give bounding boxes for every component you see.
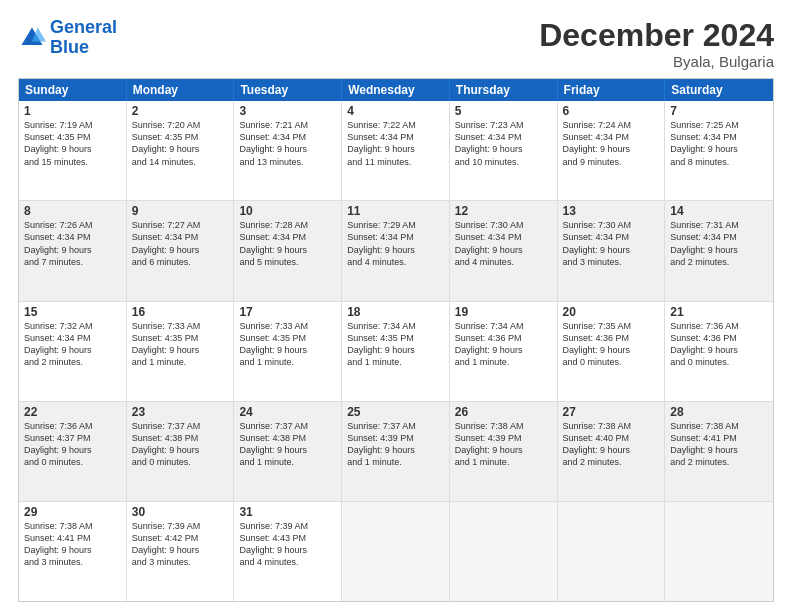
calendar-cell: 28Sunrise: 7:38 AM Sunset: 4:41 PM Dayli… [665,402,773,501]
day-info: Sunrise: 7:21 AM Sunset: 4:34 PM Dayligh… [239,119,336,168]
day-info: Sunrise: 7:30 AM Sunset: 4:34 PM Dayligh… [455,219,552,268]
day-number: 18 [347,305,444,319]
day-info: Sunrise: 7:30 AM Sunset: 4:34 PM Dayligh… [563,219,660,268]
day-number: 15 [24,305,121,319]
day-info: Sunrise: 7:36 AM Sunset: 4:36 PM Dayligh… [670,320,768,369]
calendar-cell: 31Sunrise: 7:39 AM Sunset: 4:43 PM Dayli… [234,502,342,601]
day-number: 4 [347,104,444,118]
day-number: 17 [239,305,336,319]
calendar-cell: 10Sunrise: 7:28 AM Sunset: 4:34 PM Dayli… [234,201,342,300]
logo-line1: General [50,17,117,37]
day-number: 14 [670,204,768,218]
day-info: Sunrise: 7:37 AM Sunset: 4:39 PM Dayligh… [347,420,444,469]
day-number: 1 [24,104,121,118]
day-info: Sunrise: 7:34 AM Sunset: 4:35 PM Dayligh… [347,320,444,369]
day-info: Sunrise: 7:39 AM Sunset: 4:43 PM Dayligh… [239,520,336,569]
calendar-cell: 30Sunrise: 7:39 AM Sunset: 4:42 PM Dayli… [127,502,235,601]
calendar-cell: 3Sunrise: 7:21 AM Sunset: 4:34 PM Daylig… [234,101,342,200]
calendar-cell: 14Sunrise: 7:31 AM Sunset: 4:34 PM Dayli… [665,201,773,300]
header-day-friday: Friday [558,79,666,101]
calendar-cell: 9Sunrise: 7:27 AM Sunset: 4:34 PM Daylig… [127,201,235,300]
day-info: Sunrise: 7:29 AM Sunset: 4:34 PM Dayligh… [347,219,444,268]
day-number: 11 [347,204,444,218]
logo-line2: Blue [50,37,89,57]
day-info: Sunrise: 7:22 AM Sunset: 4:34 PM Dayligh… [347,119,444,168]
logo-text: General Blue [50,18,117,58]
calendar-row-5: 29Sunrise: 7:38 AM Sunset: 4:41 PM Dayli… [19,501,773,601]
day-number: 12 [455,204,552,218]
header: General Blue December 2024 Byala, Bulgar… [18,18,774,70]
header-day-wednesday: Wednesday [342,79,450,101]
calendar-cell: 23Sunrise: 7:37 AM Sunset: 4:38 PM Dayli… [127,402,235,501]
header-day-saturday: Saturday [665,79,773,101]
day-number: 25 [347,405,444,419]
logo-icon [18,24,46,52]
page-title: December 2024 [539,18,774,53]
day-number: 31 [239,505,336,519]
day-info: Sunrise: 7:38 AM Sunset: 4:40 PM Dayligh… [563,420,660,469]
calendar-cell: 16Sunrise: 7:33 AM Sunset: 4:35 PM Dayli… [127,302,235,401]
calendar-cell: 26Sunrise: 7:38 AM Sunset: 4:39 PM Dayli… [450,402,558,501]
calendar-cell: 4Sunrise: 7:22 AM Sunset: 4:34 PM Daylig… [342,101,450,200]
day-info: Sunrise: 7:38 AM Sunset: 4:39 PM Dayligh… [455,420,552,469]
calendar-cell: 13Sunrise: 7:30 AM Sunset: 4:34 PM Dayli… [558,201,666,300]
calendar-cell: 11Sunrise: 7:29 AM Sunset: 4:34 PM Dayli… [342,201,450,300]
day-info: Sunrise: 7:36 AM Sunset: 4:37 PM Dayligh… [24,420,121,469]
calendar-row-4: 22Sunrise: 7:36 AM Sunset: 4:37 PM Dayli… [19,401,773,501]
day-number: 26 [455,405,552,419]
calendar-cell: 8Sunrise: 7:26 AM Sunset: 4:34 PM Daylig… [19,201,127,300]
calendar-row-2: 8Sunrise: 7:26 AM Sunset: 4:34 PM Daylig… [19,200,773,300]
header-day-thursday: Thursday [450,79,558,101]
title-block: December 2024 Byala, Bulgaria [539,18,774,70]
day-info: Sunrise: 7:34 AM Sunset: 4:36 PM Dayligh… [455,320,552,369]
calendar-cell: 21Sunrise: 7:36 AM Sunset: 4:36 PM Dayli… [665,302,773,401]
calendar-cell: 5Sunrise: 7:23 AM Sunset: 4:34 PM Daylig… [450,101,558,200]
header-day-tuesday: Tuesday [234,79,342,101]
day-info: Sunrise: 7:25 AM Sunset: 4:34 PM Dayligh… [670,119,768,168]
header-day-monday: Monday [127,79,235,101]
calendar-cell: 20Sunrise: 7:35 AM Sunset: 4:36 PM Dayli… [558,302,666,401]
calendar-row-3: 15Sunrise: 7:32 AM Sunset: 4:34 PM Dayli… [19,301,773,401]
day-info: Sunrise: 7:38 AM Sunset: 4:41 PM Dayligh… [24,520,121,569]
day-number: 16 [132,305,229,319]
calendar-cell [665,502,773,601]
logo: General Blue [18,18,117,58]
day-info: Sunrise: 7:38 AM Sunset: 4:41 PM Dayligh… [670,420,768,469]
day-info: Sunrise: 7:24 AM Sunset: 4:34 PM Dayligh… [563,119,660,168]
day-number: 19 [455,305,552,319]
day-number: 3 [239,104,336,118]
day-info: Sunrise: 7:26 AM Sunset: 4:34 PM Dayligh… [24,219,121,268]
day-info: Sunrise: 7:19 AM Sunset: 4:35 PM Dayligh… [24,119,121,168]
day-number: 7 [670,104,768,118]
day-info: Sunrise: 7:32 AM Sunset: 4:34 PM Dayligh… [24,320,121,369]
calendar-body: 1Sunrise: 7:19 AM Sunset: 4:35 PM Daylig… [19,101,773,601]
calendar-cell: 12Sunrise: 7:30 AM Sunset: 4:34 PM Dayli… [450,201,558,300]
calendar-cell: 15Sunrise: 7:32 AM Sunset: 4:34 PM Dayli… [19,302,127,401]
calendar-cell: 18Sunrise: 7:34 AM Sunset: 4:35 PM Dayli… [342,302,450,401]
day-info: Sunrise: 7:33 AM Sunset: 4:35 PM Dayligh… [132,320,229,369]
page-subtitle: Byala, Bulgaria [539,53,774,70]
day-info: Sunrise: 7:31 AM Sunset: 4:34 PM Dayligh… [670,219,768,268]
calendar-cell: 1Sunrise: 7:19 AM Sunset: 4:35 PM Daylig… [19,101,127,200]
calendar-cell [558,502,666,601]
calendar-cell: 2Sunrise: 7:20 AM Sunset: 4:35 PM Daylig… [127,101,235,200]
day-info: Sunrise: 7:33 AM Sunset: 4:35 PM Dayligh… [239,320,336,369]
day-info: Sunrise: 7:35 AM Sunset: 4:36 PM Dayligh… [563,320,660,369]
calendar-cell: 7Sunrise: 7:25 AM Sunset: 4:34 PM Daylig… [665,101,773,200]
calendar-cell: 27Sunrise: 7:38 AM Sunset: 4:40 PM Dayli… [558,402,666,501]
day-number: 2 [132,104,229,118]
calendar-cell: 25Sunrise: 7:37 AM Sunset: 4:39 PM Dayli… [342,402,450,501]
day-info: Sunrise: 7:27 AM Sunset: 4:34 PM Dayligh… [132,219,229,268]
day-number: 20 [563,305,660,319]
day-number: 6 [563,104,660,118]
day-number: 24 [239,405,336,419]
day-number: 23 [132,405,229,419]
day-number: 10 [239,204,336,218]
calendar-header: SundayMondayTuesdayWednesdayThursdayFrid… [19,79,773,101]
header-day-sunday: Sunday [19,79,127,101]
day-number: 8 [24,204,121,218]
day-info: Sunrise: 7:20 AM Sunset: 4:35 PM Dayligh… [132,119,229,168]
calendar-cell [450,502,558,601]
day-number: 9 [132,204,229,218]
day-number: 13 [563,204,660,218]
